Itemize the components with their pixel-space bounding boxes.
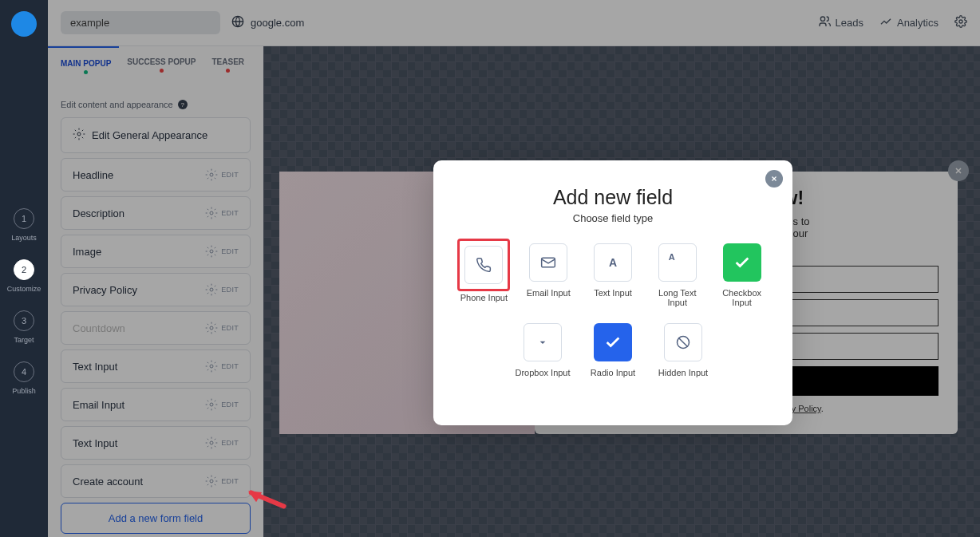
longtext-input-icon: A: [658, 243, 697, 282]
field-label: Phone Input: [460, 293, 508, 302]
field-label: Radio Input: [591, 368, 635, 377]
add-field-modal: Add new field Choose field type Phone In…: [433, 160, 792, 425]
field-type-email-input[interactable]: Email Input: [520, 243, 577, 307]
field-type-hidden-input[interactable]: Hidden Input: [652, 323, 714, 377]
field-label: Email Input: [527, 288, 571, 298]
hidden-input-icon: [664, 323, 702, 361]
dropdown-input-icon: [524, 323, 562, 361]
phone-input-icon: [464, 246, 503, 284]
step-label: Layouts: [11, 234, 37, 242]
logo[interactable]: [11, 11, 37, 37]
field-label: Long Text Input: [649, 288, 705, 307]
mail-input-icon: [529, 243, 567, 282]
field-label: Hidden Input: [658, 368, 708, 377]
rail-step-target[interactable]: 3 Target: [14, 310, 34, 344]
field-label: Dropbox Input: [515, 368, 570, 377]
svg-line-15: [678, 338, 688, 347]
rail-step-layouts[interactable]: 1 Layouts: [11, 208, 37, 242]
step-number: 4: [14, 361, 34, 382]
step-label: Publish: [12, 387, 36, 395]
step-label: Customize: [7, 285, 41, 293]
check-input-icon: [723, 243, 761, 282]
rail-step-publish[interactable]: 4 Publish: [12, 361, 36, 395]
field-type-checkbox-input[interactable]: Checkbox Input: [713, 243, 770, 307]
step-number: 1: [14, 208, 34, 229]
field-label: Checkbox Input: [713, 288, 770, 307]
step-label: Target: [14, 336, 34, 344]
field-label: Text Input: [594, 288, 632, 298]
field-type-text-input[interactable]: AText Input: [585, 243, 642, 307]
field-type-dropbox-input[interactable]: Dropbox Input: [512, 323, 574, 377]
radio-input-icon: [594, 323, 632, 361]
field-type-phone-input[interactable]: Phone Input: [456, 243, 512, 307]
modal-title: Add new field: [456, 186, 770, 209]
step-number: 3: [14, 310, 34, 331]
left-rail: 1 Layouts 2 Customize 3 Target 4 Publish: [0, 0, 48, 537]
rail-step-customize[interactable]: 2 Customize: [7, 259, 41, 293]
field-type-long-text-input[interactable]: ALong Text Input: [649, 243, 705, 307]
modal-subtitle: Choose field type: [456, 212, 770, 224]
field-type-radio-input[interactable]: Radio Input: [582, 323, 644, 377]
step-number: 2: [14, 259, 34, 280]
text-input-icon: A: [594, 243, 632, 282]
close-modal-button[interactable]: [765, 170, 783, 188]
